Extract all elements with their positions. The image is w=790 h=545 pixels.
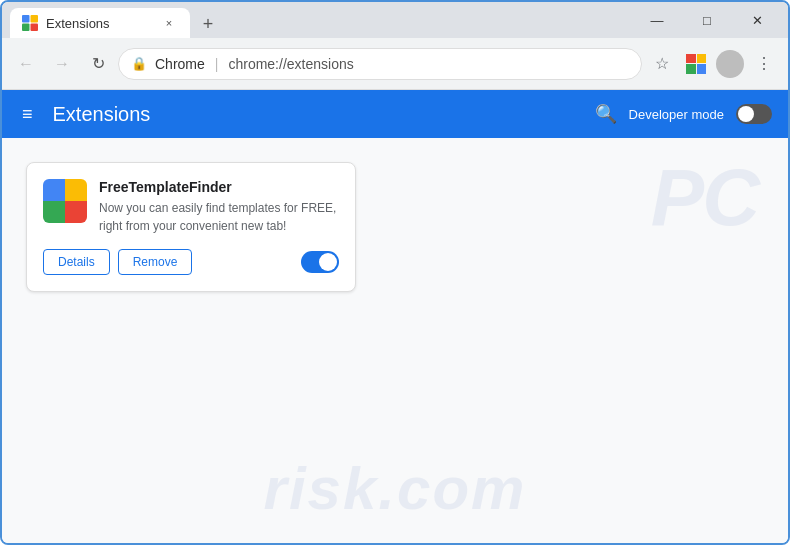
icon-quad-4 (65, 201, 87, 223)
extension-header: FreeTemplateFinder Now you can easily fi… (43, 179, 339, 235)
svg-rect-2 (22, 24, 30, 32)
extension-footer: Details Remove (43, 249, 339, 275)
remove-button[interactable]: Remove (118, 249, 193, 275)
browser-window: Extensions × + — □ ✕ ← → ↻ 🔒 Chrome | ch… (0, 0, 790, 545)
more-button[interactable]: ⋮ (748, 48, 780, 80)
url-separator: | (215, 56, 219, 72)
watermark-top: PC (651, 158, 758, 238)
title-bar: Extensions × + — □ ✕ (2, 2, 788, 38)
url-origin: Chrome (155, 56, 205, 72)
forward-button[interactable]: → (46, 48, 78, 80)
svg-rect-3 (31, 24, 39, 32)
lock-icon: 🔒 (131, 56, 147, 71)
url-path: chrome://extensions (228, 56, 353, 72)
details-button[interactable]: Details (43, 249, 110, 275)
menu-icon[interactable]: ≡ (18, 100, 37, 129)
mosaic-icon (686, 54, 706, 74)
tab-close-button[interactable]: × (160, 14, 178, 32)
icon-quad-3 (43, 201, 65, 223)
tab-favicon (22, 15, 38, 31)
toolbar-icons: ☆ ⋮ (646, 48, 780, 80)
page-header: ≡ Extensions 🔍 Developer mode (2, 90, 788, 138)
tab-area: Extensions × + (10, 2, 630, 38)
close-button[interactable]: ✕ (734, 5, 780, 35)
developer-mode-toggle[interactable] (736, 104, 772, 124)
tab-title: Extensions (46, 16, 110, 31)
page-title: Extensions (53, 103, 579, 126)
svg-rect-0 (22, 15, 30, 23)
window-controls: — □ ✕ (634, 5, 780, 35)
extensions-icon[interactable] (680, 48, 712, 80)
refresh-button[interactable]: ↻ (82, 48, 114, 80)
page-content: PC risk.com FreeTemplateFinder Now you c… (2, 138, 788, 543)
extension-card: FreeTemplateFinder Now you can easily fi… (26, 162, 356, 292)
browser-tab[interactable]: Extensions × (10, 8, 190, 38)
extension-toggle[interactable] (301, 251, 339, 273)
dev-mode-label: Developer mode (629, 107, 724, 122)
minimize-button[interactable]: — (634, 5, 680, 35)
icon-quad-1 (43, 179, 65, 201)
new-tab-button[interactable]: + (194, 10, 222, 38)
back-button[interactable]: ← (10, 48, 42, 80)
url-bar[interactable]: 🔒 Chrome | chrome://extensions (118, 48, 642, 80)
header-actions: 🔍 Developer mode (595, 103, 772, 125)
extension-name: FreeTemplateFinder (99, 179, 339, 195)
watermark-bottom: risk.com (264, 454, 527, 523)
avatar[interactable] (714, 48, 746, 80)
icon-quad-2 (65, 179, 87, 201)
ext-icon-grid (43, 179, 87, 223)
svg-rect-1 (31, 15, 39, 23)
user-avatar (716, 50, 744, 78)
maximize-button[interactable]: □ (684, 5, 730, 35)
extension-info: FreeTemplateFinder Now you can easily fi… (99, 179, 339, 235)
extension-description: Now you can easily find templates for FR… (99, 199, 339, 235)
bookmark-button[interactable]: ☆ (646, 48, 678, 80)
address-bar: ← → ↻ 🔒 Chrome | chrome://extensions ☆ ⋮ (2, 38, 788, 90)
extension-icon (43, 179, 87, 223)
search-icon[interactable]: 🔍 (595, 103, 617, 125)
